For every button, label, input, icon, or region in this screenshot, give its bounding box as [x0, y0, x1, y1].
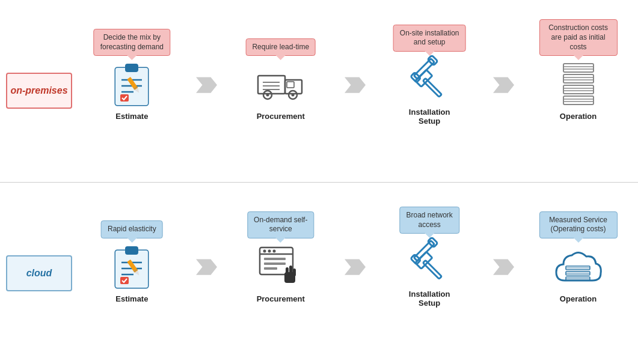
- estimate-cl-bubble: Rapid elasticity: [101, 220, 163, 238]
- estimate-op-label: Estimate: [115, 112, 148, 121]
- arrow-3-cl: [492, 255, 516, 279]
- svg-rect-14: [287, 82, 294, 88]
- svg-marker-71: [493, 259, 514, 275]
- step-operation-op: Construction costs are paid as initial c…: [533, 61, 624, 121]
- svg-point-18: [291, 94, 294, 97]
- installation-cl-label: InstallationSetup: [409, 290, 450, 308]
- svg-rect-29: [563, 64, 594, 72]
- arrow-2-op: [343, 73, 367, 97]
- estimate-cl-bubble-wrap: Rapid elasticity: [108, 243, 156, 303]
- cloud-section: cloud Rapid elasticity: [0, 183, 638, 365]
- arrow-3-op: [492, 73, 516, 97]
- on-premises-steps: Decide the mix byforecasting demand: [78, 56, 632, 126]
- procurement-cl-icon: [257, 243, 305, 291]
- svg-point-16: [266, 94, 269, 97]
- svg-marker-52: [196, 259, 217, 275]
- operation-cl-bubble-wrap: Measured Service(Operating costs): [554, 243, 603, 303]
- svg-marker-11: [196, 77, 217, 93]
- svg-rect-64: [293, 268, 296, 276]
- on-premises-label: on-premises: [6, 73, 72, 109]
- cloud-label: cloud: [6, 255, 72, 291]
- estimate-op-bubble-wrap: Decide the mix byforecasting demand: [108, 61, 156, 121]
- estimate-cl-label: Estimate: [115, 294, 148, 303]
- cloud-steps: Rapid elasticity: [78, 238, 632, 308]
- diagram-container: on-premises Decide the mix byforecasting…: [0, 0, 638, 364]
- procurement-op-icon: [257, 61, 305, 109]
- svg-rect-38: [563, 96, 594, 105]
- procurement-op-label: Procurement: [257, 112, 305, 121]
- step-procurement-cl: On-demand self-service: [236, 243, 326, 303]
- installation-op-bubble: On-site installationand setup: [393, 25, 466, 52]
- step-operation-cl: Measured Service(Operating costs): [533, 243, 624, 303]
- operation-op-icon: [554, 61, 603, 109]
- svg-rect-32: [563, 74, 594, 83]
- svg-rect-35: [563, 85, 594, 94]
- svg-marker-22: [345, 77, 366, 93]
- installation-op-icon: [405, 56, 453, 105]
- procurement-cl-label: Procurement: [257, 294, 305, 303]
- svg-rect-43: [126, 247, 138, 254]
- installation-cl-bubble: Broad networkaccess: [399, 207, 459, 234]
- step-procurement-op: Require lead-time: [236, 61, 326, 121]
- svg-rect-2: [126, 64, 138, 71]
- operation-op-label: Operation: [560, 112, 597, 121]
- installation-cl-bubble-wrap: Broad networkaccess: [405, 238, 453, 308]
- procurement-cl-bubble-wrap: On-demand self-service: [257, 243, 305, 303]
- svg-point-57: [272, 250, 275, 253]
- svg-rect-62: [286, 267, 289, 276]
- operation-cl-label: Operation: [560, 294, 597, 303]
- svg-marker-28: [493, 77, 514, 93]
- installation-cl-icon: [405, 238, 453, 287]
- svg-rect-12: [258, 76, 285, 94]
- estimate-op-bubble: Decide the mix byforecasting demand: [94, 29, 170, 56]
- svg-marker-65: [345, 259, 366, 275]
- procurement-op-bubble-wrap: Require lead-time: [257, 61, 305, 121]
- procurement-op-bubble: Require lead-time: [245, 38, 316, 56]
- operation-cl-bubble: Measured Service(Operating costs): [539, 211, 618, 238]
- installation-op-bubble-wrap: On-site installationand setup: [405, 56, 453, 126]
- arrow-1-op: [194, 73, 218, 97]
- procurement-cl-bubble: On-demand self-service: [247, 211, 314, 238]
- operation-cl-icon: [554, 243, 603, 291]
- arrow-2-cl: [343, 255, 367, 279]
- svg-point-56: [268, 250, 271, 253]
- operation-op-bubble-wrap: Construction costs are paid as initial c…: [554, 61, 603, 121]
- svg-rect-59: [264, 262, 286, 265]
- step-estimate-cl: Rapid elasticity: [87, 243, 177, 303]
- step-installation-op: On-site installationand setup: [384, 56, 474, 126]
- operation-op-bubble: Construction costs are paid as initial c…: [539, 19, 618, 56]
- svg-rect-7: [120, 94, 129, 102]
- on-premises-section: on-premises Decide the mix byforecasting…: [0, 0, 638, 183]
- estimate-op-icon: [108, 61, 156, 109]
- arrow-1-cl: [194, 255, 218, 279]
- svg-rect-48: [120, 277, 129, 284]
- svg-point-55: [263, 250, 266, 253]
- installation-op-label: InstallationSetup: [409, 108, 450, 126]
- svg-rect-63: [289, 265, 292, 275]
- step-estimate-op: Decide the mix byforecasting demand: [87, 61, 177, 121]
- step-installation-cl: Broad networkaccess: [384, 238, 474, 308]
- svg-rect-60: [264, 267, 277, 270]
- svg-rect-58: [264, 258, 286, 260]
- estimate-cl-icon: [108, 243, 156, 291]
